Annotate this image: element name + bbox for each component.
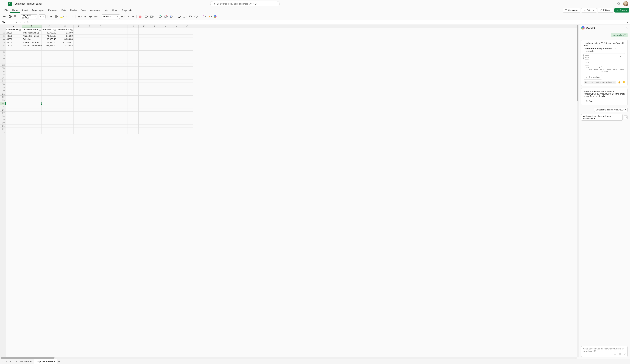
number-format-select[interactable]: General ▾ bbox=[102, 14, 120, 19]
cell[interactable] bbox=[22, 118, 42, 121]
undo-button[interactable]: ▾ bbox=[2, 14, 7, 19]
cell[interactable] bbox=[160, 89, 171, 92]
cell[interactable] bbox=[84, 63, 95, 67]
cell[interactable] bbox=[160, 70, 171, 73]
cell[interactable] bbox=[106, 28, 117, 31]
cell[interactable] bbox=[106, 108, 117, 112]
cell[interactable] bbox=[42, 131, 57, 134]
cell[interactable] bbox=[106, 89, 117, 92]
cell[interactable] bbox=[74, 51, 84, 54]
cell[interactable] bbox=[74, 63, 84, 67]
delete-cells-button[interactable]: −▾ bbox=[164, 14, 168, 19]
cell[interactable] bbox=[128, 89, 138, 92]
cell[interactable] bbox=[106, 83, 117, 86]
cell[interactable] bbox=[150, 115, 160, 118]
cell[interactable]: 59,793.00 bbox=[42, 31, 57, 34]
cell[interactable] bbox=[57, 67, 74, 70]
cell[interactable] bbox=[160, 57, 171, 60]
row-header[interactable]: 26 bbox=[0, 108, 6, 112]
cell[interactable] bbox=[138, 54, 150, 57]
cell[interactable] bbox=[84, 128, 95, 131]
cell[interactable] bbox=[106, 121, 117, 125]
cell[interactable] bbox=[42, 76, 57, 79]
row-header[interactable]: 30 bbox=[0, 121, 6, 125]
cell[interactable] bbox=[84, 28, 95, 31]
cell[interactable] bbox=[106, 47, 117, 51]
cell[interactable] bbox=[74, 70, 84, 73]
cell[interactable] bbox=[117, 102, 128, 105]
cell[interactable] bbox=[57, 83, 74, 86]
cell[interactable] bbox=[84, 76, 95, 79]
cell[interactable] bbox=[74, 96, 84, 99]
find-button[interactable]: ▾ bbox=[194, 14, 198, 19]
cell[interactable] bbox=[182, 73, 193, 76]
cell[interactable] bbox=[128, 47, 138, 51]
clear-button[interactable]: ▾ bbox=[182, 14, 187, 19]
close-icon[interactable]: ✕ bbox=[626, 26, 628, 30]
cell[interactable] bbox=[22, 83, 42, 86]
cell[interactable] bbox=[74, 31, 84, 34]
cell[interactable] bbox=[84, 60, 95, 63]
cell[interactable] bbox=[138, 83, 150, 86]
autosum-button[interactable]: Σ▾ bbox=[178, 14, 182, 19]
addins-button[interactable]: ▾ bbox=[208, 14, 212, 19]
cell[interactable] bbox=[150, 57, 160, 60]
cell[interactable] bbox=[150, 83, 160, 86]
cell[interactable] bbox=[150, 128, 160, 131]
tab-insert[interactable]: Insert bbox=[20, 8, 30, 12]
cell[interactable] bbox=[182, 121, 193, 125]
thumbs-down-icon[interactable]: 👎 bbox=[622, 81, 625, 84]
cell[interactable] bbox=[106, 34, 117, 38]
row-header[interactable]: 9 bbox=[0, 54, 6, 57]
column-header[interactable]: A bbox=[6, 25, 22, 28]
cell[interactable] bbox=[138, 57, 150, 60]
cell[interactable] bbox=[6, 70, 22, 73]
cell[interactable] bbox=[106, 67, 117, 70]
cell[interactable] bbox=[95, 108, 106, 112]
cell[interactable] bbox=[182, 28, 193, 31]
cell[interactable] bbox=[128, 121, 138, 125]
cell[interactable] bbox=[160, 83, 171, 86]
cell[interactable] bbox=[95, 125, 106, 128]
cell[interactable] bbox=[150, 102, 160, 105]
cell[interactable] bbox=[84, 83, 95, 86]
bold-button[interactable]: B bbox=[49, 14, 53, 19]
cell[interactable] bbox=[171, 89, 182, 92]
cell[interactable] bbox=[138, 131, 150, 134]
cell[interactable] bbox=[150, 73, 160, 76]
cell[interactable] bbox=[74, 89, 84, 92]
cell[interactable] bbox=[22, 99, 42, 102]
cell[interactable] bbox=[84, 57, 95, 60]
cell[interactable] bbox=[6, 76, 22, 79]
cell[interactable] bbox=[138, 47, 150, 51]
cell[interactable] bbox=[171, 76, 182, 79]
cell[interactable] bbox=[150, 63, 160, 67]
cell[interactable] bbox=[42, 63, 57, 67]
all-sheets-button[interactable]: ≡ bbox=[8, 360, 12, 363]
cell[interactable] bbox=[57, 60, 74, 63]
name-box[interactable]: ▾ bbox=[0, 20, 18, 24]
cell[interactable] bbox=[106, 38, 117, 41]
cell[interactable] bbox=[117, 92, 128, 96]
cell[interactable] bbox=[74, 115, 84, 118]
thumbs-up-icon[interactable]: 👍 bbox=[618, 81, 621, 84]
cell[interactable] bbox=[95, 105, 106, 108]
cell[interactable]: 4,316.92 bbox=[57, 34, 74, 38]
row-header[interactable]: 10 bbox=[0, 57, 6, 60]
cell[interactable] bbox=[106, 115, 117, 118]
fx-icon[interactable]: fx bbox=[27, 21, 29, 23]
cell[interactable] bbox=[182, 115, 193, 118]
column-header[interactable]: B bbox=[22, 25, 42, 28]
cell[interactable] bbox=[150, 125, 160, 128]
cell[interactable] bbox=[150, 99, 160, 102]
increase-decimal-button[interactable]: .00 bbox=[130, 14, 135, 19]
sort-filter-button[interactable]: ▾ bbox=[188, 14, 193, 19]
cell[interactable] bbox=[6, 47, 22, 51]
cell[interactable] bbox=[57, 128, 74, 131]
cell[interactable] bbox=[22, 86, 42, 89]
cell[interactable] bbox=[128, 99, 138, 102]
cell[interactable] bbox=[95, 118, 106, 121]
cell[interactable] bbox=[22, 128, 42, 131]
cell[interactable] bbox=[160, 34, 171, 38]
column-header[interactable]: E bbox=[74, 25, 84, 28]
